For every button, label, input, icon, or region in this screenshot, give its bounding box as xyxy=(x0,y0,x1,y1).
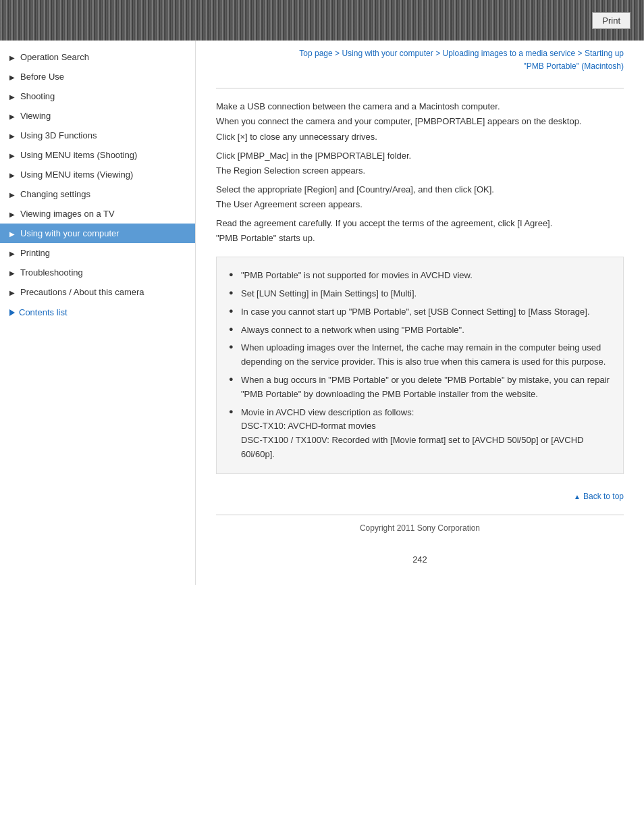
sidebar-item-label: Using with your computer xyxy=(20,228,119,238)
sidebar-arrow-icon: ▶ xyxy=(9,211,16,217)
footer: Copyright 2011 Sony Corporation xyxy=(216,515,624,541)
sidebar-item-changing-settings[interactable]: ▶Changing settings xyxy=(0,184,195,204)
sidebar-arrow-icon: ▶ xyxy=(9,269,16,276)
note-item: Set [LUN Setting] in [Main Settings] to … xyxy=(229,285,611,303)
notes-list: "PMB Portable" is not supported for movi… xyxy=(229,267,611,464)
sidebar-item-label: Viewing images on a TV xyxy=(20,209,115,219)
sidebar-item-label: Shooting xyxy=(20,91,55,101)
sidebar-item-viewing-images-tv[interactable]: ▶Viewing images on a TV xyxy=(0,204,195,224)
sidebar-arrow-icon: ▶ xyxy=(9,132,16,139)
sidebar-arrow-icon: ▶ xyxy=(9,113,16,120)
contents-list-label: Contents list xyxy=(19,307,68,317)
notes-box: "PMB Portable" is not supported for movi… xyxy=(216,257,624,474)
sidebar-item-label: Using MENU items (Viewing) xyxy=(20,170,133,180)
sidebar-item-using-menu-viewing[interactable]: ▶Using MENU items (Viewing) xyxy=(0,165,195,184)
back-to-top-link[interactable]: Back to top xyxy=(574,492,624,501)
content-area: Top page > Using with your computer > Up… xyxy=(196,41,644,585)
main-layout: ▶Operation Search▶Before Use▶Shooting▶Vi… xyxy=(0,41,644,585)
note-item: Movie in AVCHD view description as follo… xyxy=(229,404,611,464)
breadcrumb-top-page[interactable]: Top page xyxy=(299,49,332,58)
sidebar-arrow-icon: ▶ xyxy=(9,152,16,159)
sidebar-arrow-icon: ▶ xyxy=(9,289,16,296)
sidebar-arrow-icon: ▶ xyxy=(9,191,16,198)
sidebar-item-using-menu-shooting[interactable]: ▶Using MENU items (Shooting) xyxy=(0,145,195,165)
sidebar-item-troubleshooting[interactable]: ▶Troubleshooting xyxy=(0,263,195,282)
sidebar-item-label: Printing xyxy=(20,248,50,258)
sidebar-item-printing[interactable]: ▶Printing xyxy=(0,243,195,263)
sidebar-item-label: Using 3D Functions xyxy=(20,130,97,140)
sidebar-item-label: Operation Search xyxy=(20,52,89,62)
header-bar: Print xyxy=(0,0,644,41)
note-item: "PMB Portable" is not supported for movi… xyxy=(229,267,611,285)
sidebar-arrow-icon: ▶ xyxy=(9,250,16,257)
contents-list-arrow-icon xyxy=(9,309,15,316)
sidebar: ▶Operation Search▶Before Use▶Shooting▶Vi… xyxy=(0,41,196,585)
sidebar-arrow-icon: ▶ xyxy=(9,230,16,237)
main-paragraph: Read the agreement carefully. If you acc… xyxy=(216,216,624,246)
main-paragraph: Make a USB connection between the camera… xyxy=(216,99,624,144)
page-number: 242 xyxy=(216,541,624,571)
breadcrumb-starting-up: Starting up xyxy=(585,49,624,58)
sidebar-item-label: Viewing xyxy=(20,111,51,121)
note-item: Always connect to a network when using "… xyxy=(229,321,611,340)
sidebar-item-viewing[interactable]: ▶Viewing xyxy=(0,106,195,126)
sidebar-item-precautions[interactable]: ▶Precautions / About this camera xyxy=(0,282,195,302)
breadcrumb-uploading-images[interactable]: Uploading images to a media service xyxy=(442,49,575,58)
copyright: Copyright 2011 Sony Corporation xyxy=(360,523,480,533)
sidebar-item-before-use[interactable]: ▶Before Use xyxy=(0,67,195,86)
sidebar-item-shooting[interactable]: ▶Shooting xyxy=(0,86,195,106)
main-text: Make a USB connection between the camera… xyxy=(216,99,624,246)
contents-list-link[interactable]: Contents list xyxy=(0,302,195,323)
sidebar-arrow-icon: ▶ xyxy=(9,74,16,80)
sidebar-item-using-with-computer[interactable]: ▶Using with your computer xyxy=(0,224,195,243)
main-paragraph: Click [PMBP_Mac] in the [PMBPORTABLE] fo… xyxy=(216,149,624,178)
sidebar-item-operation-search[interactable]: ▶Operation Search xyxy=(0,47,195,67)
note-item: When uploading images over the Internet,… xyxy=(229,339,611,371)
sidebar-arrow-icon: ▶ xyxy=(9,172,16,178)
sidebar-item-label: Using MENU items (Shooting) xyxy=(20,150,137,160)
breadcrumb: Top page > Using with your computer > Up… xyxy=(216,47,624,73)
page-title-area xyxy=(216,84,624,88)
sidebar-item-label: Before Use xyxy=(20,72,64,82)
sidebar-item-label: Troubleshooting xyxy=(20,267,83,278)
breadcrumb-pmb-portable: "PMB Portable" (Macintosh) xyxy=(523,61,624,71)
breadcrumb-using-computer[interactable]: Using with your computer xyxy=(342,49,433,58)
note-item: When a bug occurs in "PMB Portable" or y… xyxy=(229,371,611,404)
back-to-top: Back to top xyxy=(216,485,624,509)
sidebar-item-label: Changing settings xyxy=(20,189,90,199)
sidebar-arrow-icon: ▶ xyxy=(9,93,16,100)
sidebar-item-label: Precautions / About this camera xyxy=(20,287,144,297)
main-paragraph: Select the appropriate [Region] and [Cou… xyxy=(216,182,624,212)
sidebar-arrow-icon: ▶ xyxy=(9,54,16,61)
sidebar-item-using-3d-functions[interactable]: ▶Using 3D Functions xyxy=(0,126,195,145)
note-item: In case you cannot start up "PMB Portabl… xyxy=(229,303,611,321)
print-button[interactable]: Print xyxy=(592,12,630,29)
